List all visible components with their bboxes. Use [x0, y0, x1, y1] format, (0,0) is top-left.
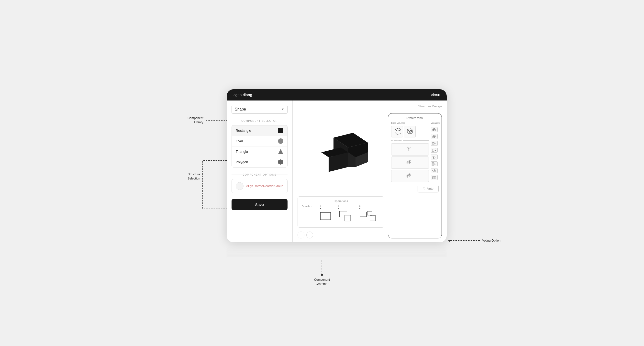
step-1-label: 1 •: [320, 205, 334, 207]
grammar-line-v: [322, 260, 322, 275]
svg-marker-25: [407, 175, 408, 177]
svg-marker-31: [432, 129, 434, 131]
orient-shape-3[interactable]: [391, 170, 429, 182]
options-circle-icon: [236, 182, 244, 190]
shape-label-polygon: Polygon: [236, 160, 248, 164]
var-icon-2: [432, 135, 437, 138]
rectangle-icon: [278, 128, 283, 133]
grammar-dot: [321, 274, 323, 276]
svg-rect-4: [367, 211, 372, 215]
procedure-label: Procedure: [302, 205, 312, 207]
sv-left: Base Volumes: [391, 122, 429, 182]
operations-title: Operations: [302, 200, 380, 202]
left-panel: Shape ▼ COMPONENT SELECTOR Rectangle Ova…: [227, 100, 293, 242]
var-icon-6: [432, 162, 437, 166]
voting-option-annotation: Voting Option: [448, 239, 500, 242]
reorder-option[interactable]: Reorder: [263, 184, 274, 188]
svg-rect-2: [345, 215, 350, 221]
navbar-brand: cgen.dlang: [234, 93, 252, 97]
zoom-out-button[interactable]: −: [306, 232, 313, 238]
svg-marker-11: [407, 130, 409, 134]
svg-marker-15: [408, 148, 411, 150]
svg-marker-16: [407, 148, 408, 150]
variation-7[interactable]: [431, 168, 438, 173]
shape-row-rectangle[interactable]: Rectangle: [232, 126, 287, 136]
3d-shape-svg: [314, 130, 368, 179]
step-2: 2 •: [338, 205, 356, 224]
component-library-label: Component Library: [188, 116, 204, 125]
save-button[interactable]: Save: [232, 199, 288, 210]
vote-label: Vote: [427, 187, 434, 190]
var-icon-7: [432, 169, 437, 172]
shape-row-oval[interactable]: Oval: [232, 136, 287, 146]
shape-dropdown[interactable]: Shape ▼: [232, 105, 288, 114]
step-2-label: 2 •: [338, 205, 356, 207]
variation-6[interactable]: [431, 162, 438, 166]
step-3-shape: [360, 210, 378, 224]
svg-rect-3: [360, 212, 366, 217]
var-icon-8: [432, 176, 437, 179]
shape-label-triangle: Triangle: [236, 150, 248, 154]
component-options-title: COMPONENT OPTIONS: [232, 173, 288, 176]
structure-design-label: Structure Design: [298, 104, 442, 108]
component-selector-box: Rectangle Oval Triangle Polygon: [232, 125, 288, 168]
svg-rect-42: [432, 162, 434, 164]
orient-shape-2[interactable]: [391, 156, 429, 169]
step-3: 3 •: [360, 205, 378, 224]
polygon-icon: [278, 160, 283, 165]
svg-marker-20: [409, 160, 411, 162]
operations-box: Operations Procedure: [298, 196, 384, 228]
svg-marker-39: [434, 149, 436, 151]
navbar-about-link[interactable]: About: [431, 93, 440, 97]
variation-2[interactable]: [431, 134, 438, 139]
center-area: Operations Procedure: [298, 113, 384, 238]
step-1-dot: [320, 208, 321, 209]
component-options-box: Align Rotate Reorder Group: [232, 179, 288, 193]
svg-marker-6: [395, 128, 401, 131]
variation-4[interactable]: [431, 148, 438, 152]
base-vol-shape-2[interactable]: [404, 126, 416, 138]
orient-icon-1: [406, 145, 414, 154]
svg-marker-22: [409, 161, 410, 162]
variations-label: Variations: [431, 122, 438, 124]
steps-container: 1 • 2 •: [320, 205, 380, 224]
shape-row-polygon[interactable]: Polygon: [232, 157, 287, 167]
bottom-controls: + −: [298, 230, 384, 238]
svg-marker-14: [407, 147, 411, 148]
procedure-section: Procedure: [302, 205, 318, 207]
step-1: 1 •: [320, 205, 334, 224]
variation-5[interactable]: [431, 154, 438, 160]
var-icon-5: [432, 155, 437, 159]
variation-1[interactable]: [431, 127, 438, 132]
navbar: cgen.dlang About: [227, 89, 447, 100]
base-volumes-grid: [391, 126, 429, 138]
sv-content: Base Volumes: [391, 122, 438, 182]
zoom-in-button[interactable]: +: [298, 232, 304, 238]
rotate-option[interactable]: Rotate: [254, 184, 263, 188]
orientation-label: Orientation: [391, 140, 429, 142]
shape-row-triangle[interactable]: Triangle: [232, 146, 287, 157]
svg-marker-8: [395, 129, 397, 134]
base-vol-shape-1[interactable]: [391, 126, 403, 138]
align-option[interactable]: Align: [246, 184, 254, 188]
base-volumes-label: Base Volumes: [391, 122, 429, 124]
step-2-dot: [338, 208, 339, 209]
svg-rect-43: [432, 164, 434, 165]
svg-rect-0: [320, 212, 330, 220]
variation-3[interactable]: [431, 141, 438, 146]
group-option[interactable]: Group: [274, 184, 283, 188]
orient-shape-1[interactable]: [391, 143, 429, 156]
vote-button[interactable]: ♡ Vote: [418, 185, 438, 192]
structure-selection-label: Structure Selection: [188, 172, 200, 181]
step-3-label: 3 •: [360, 205, 378, 207]
main-device: cgen.dlang About Shape ▼ COMPONENT SELEC…: [227, 89, 447, 242]
var-icon-1: [432, 128, 437, 131]
component-grammar-annotation: Component Grammar: [314, 260, 330, 286]
variation-8[interactable]: [431, 175, 438, 180]
oval-icon: [278, 138, 283, 144]
step-2-shape: [338, 210, 356, 223]
svg-marker-27: [409, 174, 410, 176]
svg-rect-1: [339, 211, 347, 217]
svg-rect-44: [434, 163, 436, 165]
triangle-icon: [278, 149, 283, 154]
